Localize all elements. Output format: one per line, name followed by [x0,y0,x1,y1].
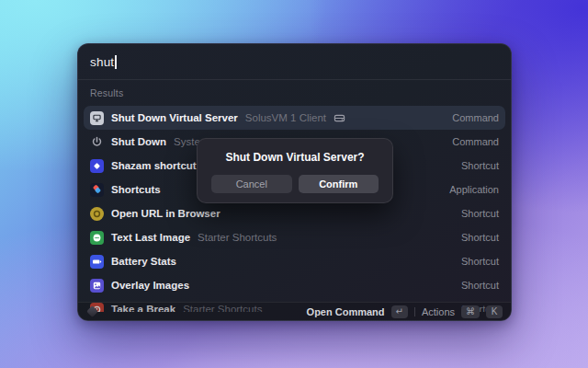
row-title: Shut Down [111,136,166,147]
row-type-label: Command [452,136,499,147]
row-title: Shortcuts [111,184,161,195]
extension-diamond-icon [86,305,98,317]
solusvm-icon [90,111,104,125]
shazam-icon [90,159,104,173]
launcher-window: shut Results Shut Down Virtual Server So… [77,43,512,321]
result-row[interactable]: Overlay Images Shortcut [84,273,505,297]
battery-icon [90,255,104,269]
row-title: Open URL in Browser [111,208,220,219]
row-type-label: Shortcut [461,208,499,219]
row-type-label: Shortcut [461,256,499,267]
power-icon [90,135,104,149]
open-command-action[interactable]: Open Command [307,306,385,317]
row-title: Battery Stats [111,256,176,267]
confirm-button[interactable]: Confirm [299,175,379,193]
result-row[interactable]: Battery Stats Shortcut [84,249,505,273]
actions-menu-action[interactable]: Actions [422,306,455,317]
footer-bar: Open Command ↵ Actions ⌘ K [78,302,511,320]
dialog-buttons: Cancel Confirm [211,175,379,193]
return-key-icon: ↵ [391,305,408,318]
results-list: Shut Down Virtual Server SolusVM 1 Clien… [78,106,511,312]
drive-icon [334,112,345,124]
result-row[interactable]: Text Last Image Starter Shortcuts Shortc… [84,225,505,249]
footer-divider [414,307,415,316]
search-input[interactable]: shut [78,44,511,80]
dialog-title: Shut Down Virtual Server? [198,151,392,164]
text-last-image-icon [90,231,104,245]
cancel-button[interactable]: Cancel [211,175,292,193]
overlay-images-icon [90,279,104,293]
row-type-label: Application [449,184,499,195]
row-subtitle: SolusVM 1 Client [245,112,326,123]
row-title: Shazam shortcut [111,160,197,171]
command-key-icon: ⌘ [461,305,480,318]
shortcuts-app-icon [90,183,104,197]
row-title: Text Last Image [111,232,190,243]
results-section-label: Results [78,80,511,106]
result-row[interactable]: Shut Down Virtual Server SolusVM 1 Clien… [84,106,505,130]
row-subtitle: Starter Shortcuts [198,232,277,243]
row-type-label: Command [452,112,499,123]
row-title: Shut Down Virtual Server [111,112,238,123]
row-type-label: Shortcut [461,160,499,171]
k-key-icon: K [486,305,503,318]
open-url-icon [90,207,104,221]
row-type-label: Shortcut [461,232,499,243]
search-query-text: shut [90,55,114,69]
result-row[interactable]: Open URL in Browser Shortcut [84,201,505,225]
row-type-label: Shortcut [461,280,499,291]
confirmation-dialog: Shut Down Virtual Server? Cancel Confirm [197,138,393,203]
text-caret [115,55,117,69]
row-title: Overlay Images [111,280,189,291]
